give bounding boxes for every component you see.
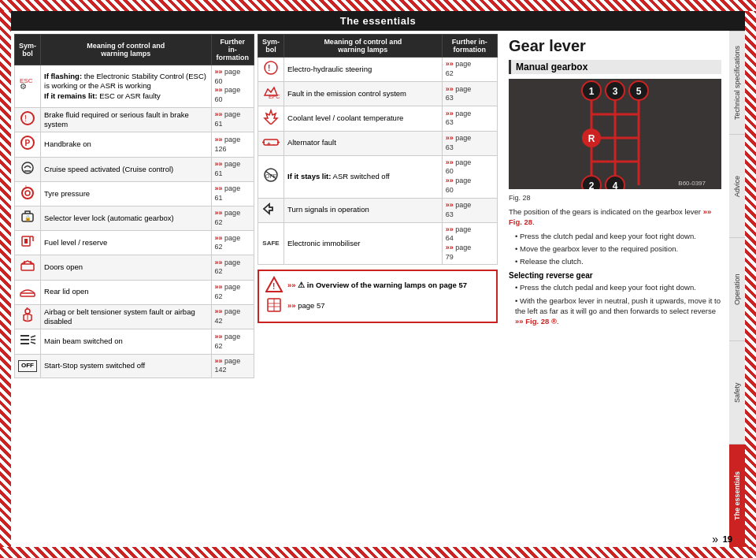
table2-wrap: Sym-bol Meaning of control andwarning la… [258, 34, 498, 544]
meaning-cruise: Cruise speed activated (Cruise control) [41, 157, 212, 181]
warning-text-1: »» ⚠ in Overview of the warning lamps on… [287, 281, 467, 289]
symbol-airbag: ✕ [15, 304, 41, 329]
doors-icon [18, 258, 37, 273]
fig-label: Fig. 28 [509, 194, 531, 202]
page-title: The essentials [340, 15, 417, 27]
svg-rect-17 [21, 264, 34, 270]
meaning-doors: Doors open [41, 255, 212, 280]
side-tabs: Technical specifications Advice Operatio… [729, 31, 745, 547]
warning-row-2: »» page 57 [265, 296, 490, 314]
page-selector: »» page62 [211, 206, 254, 231]
symbol-beam [15, 329, 41, 354]
svg-text:B60-0397: B60-0397 [678, 180, 706, 187]
page-alternator: »» page63 [442, 131, 497, 155]
page-number: 19 [723, 534, 732, 544]
page-tyre: »» page61 [211, 181, 254, 206]
table-row: ! Tyre pressure »» page61 [15, 181, 254, 206]
svg-text:+: + [267, 140, 271, 147]
page-immobiliser: »» page64»» page79 [442, 222, 497, 265]
table-row: 🔒 Selector lever lock (automatic gearbox… [15, 206, 254, 231]
table-row: Cruise speed activated (Cruise control) … [15, 157, 254, 181]
page-coolant: »» page63 [442, 106, 497, 131]
table-row: P Handbrake on »» page126 [15, 132, 254, 157]
symbol-handbrake: P [15, 132, 41, 157]
meaning-selector: Selector lever lock (automatic gearbox) [41, 206, 212, 231]
fuel-icon [18, 233, 37, 249]
meaning-brake: Brake fluid required or serious fault in… [41, 107, 212, 132]
meaning-immobiliser: Electronic immobiliser [284, 222, 443, 265]
svg-line-25 [31, 336, 35, 337]
beam-icon [18, 332, 37, 348]
warning-table-2: Sym-bol Meaning of control andwarning la… [258, 34, 498, 265]
page-beam: »» page62 [211, 329, 254, 354]
table-row: + - Alternator fault »» page63 [258, 131, 498, 155]
border-right [745, 11, 756, 547]
tyre-icon: ! [18, 184, 37, 200]
svg-rect-18 [20, 293, 35, 296]
warning-table-1: Sym-bol Meaning of control andwarning la… [14, 34, 254, 378]
svg-text:!: ! [24, 114, 27, 123]
airbag-icon: ✕ [18, 307, 37, 323]
meaning-steering: Electro-hydraulic steering [284, 58, 443, 82]
svg-text:3: 3 [613, 86, 618, 97]
warning-text-2: »» page 57 [287, 301, 325, 310]
symbol-tyre: ! [15, 181, 41, 206]
turn-signals-icon [261, 201, 280, 217]
border-top [0, 0, 756, 11]
table-row: Fuel level / reserve »» page62 [15, 231, 254, 255]
bullet-press-clutch-2: Press the clutch pedal and keep your foo… [509, 282, 721, 292]
coolant-icon [261, 109, 280, 125]
svg-point-6 [22, 162, 33, 173]
page-startstop: »» page142 [211, 354, 254, 378]
warning-box: ! »» ⚠ in Overview of the warning lamps … [258, 270, 498, 323]
svg-text:R: R [588, 133, 595, 144]
svg-text:✕: ✕ [25, 307, 29, 311]
table1-wrap: Sym-bol Meaning of control andwarning la… [14, 34, 254, 544]
svg-text:EPC: EPC [269, 94, 280, 99]
subsection-title: Manual gearbox [509, 60, 721, 74]
tab-technical-specifications[interactable]: Technical specifications [729, 31, 745, 134]
table-row: Main beam switched on »» page62 [15, 329, 254, 354]
tab-the-essentials[interactable]: The essentials [729, 444, 745, 547]
page-airbag: »» page42 [211, 304, 254, 329]
table-row: ⚙ ESC If flashing: the Electronic Stabil… [15, 65, 254, 108]
tab-advice[interactable]: Advice [729, 134, 745, 237]
svg-text:OFF: OFF [265, 173, 276, 179]
emission-icon: EPC [261, 84, 280, 100]
table-row: Turn signals in operation »» page63 [258, 198, 498, 222]
symbol-rear-lid [15, 280, 41, 304]
handbrake-icon: P [18, 135, 37, 151]
alternator-icon: + - [261, 134, 280, 150]
symbol-emission: EPC [258, 82, 284, 106]
symbol-immobiliser: SAFE [258, 222, 284, 265]
svg-text:🔒: 🔒 [24, 214, 32, 221]
rear-lid-icon [18, 283, 37, 299]
fig-caption: Fig. 28 [509, 194, 721, 202]
meaning-handbrake: Handbrake on [41, 132, 212, 157]
meaning-esc: If flashing: the Electronic Stability Co… [41, 65, 212, 108]
tables-area: Sym-bol Meaning of control andwarning la… [11, 31, 501, 547]
meaning-coolant: Coolant level / coolant temperature [284, 106, 443, 131]
svg-marker-40 [264, 204, 272, 214]
selector-icon: 🔒 [18, 209, 37, 225]
border-bottom [0, 547, 756, 558]
section-title: Gear lever [509, 37, 721, 55]
table-row: OFF Start-Stop system switched off »» pa… [15, 354, 254, 378]
col-meaning-1: Meaning of control andwarning lamps [41, 35, 212, 65]
content-area: Sym-bol Meaning of control andwarning la… [11, 31, 745, 547]
page-asr: »» page60»» page60 [442, 155, 497, 198]
tab-safety[interactable]: Safety [729, 340, 745, 444]
border-left [0, 11, 11, 547]
svg-text:2: 2 [589, 180, 595, 189]
arrow-right-icon: » [712, 533, 718, 545]
table-row: ! Brake fluid required or serious fault … [15, 107, 254, 132]
svg-text:!: ! [272, 282, 275, 291]
svg-rect-14 [24, 239, 28, 244]
table-row: OFF If it stays lit: ASR switched off »»… [258, 155, 498, 198]
meaning-beam: Main beam switched on [41, 329, 212, 354]
meaning-startstop: Start-Stop system switched off [41, 354, 212, 378]
symbol-cruise [15, 157, 41, 181]
page-steering: »» page62 [442, 58, 497, 82]
page-turn-signals: »» page63 [442, 198, 497, 222]
tab-operation[interactable]: Operation [729, 237, 745, 340]
